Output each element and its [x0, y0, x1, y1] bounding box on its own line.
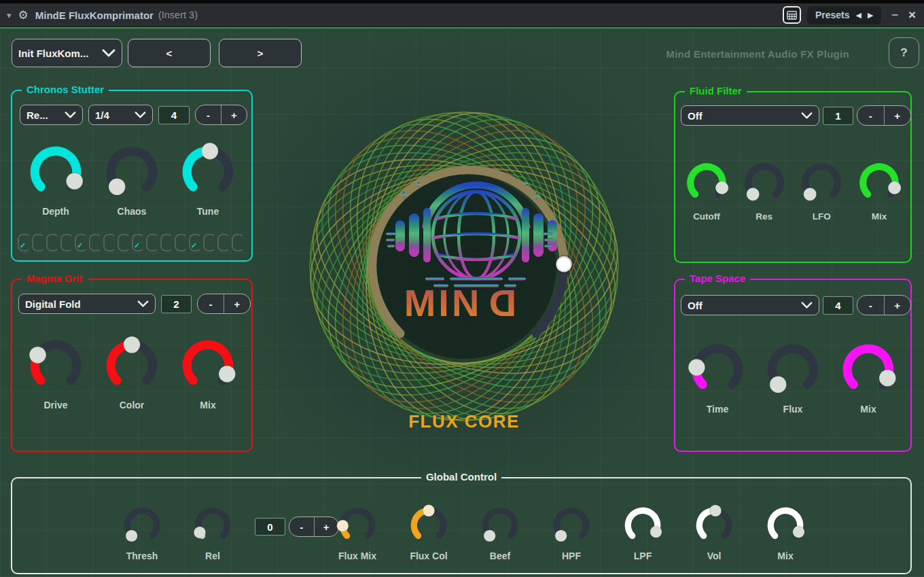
space-mode-value: Off	[688, 300, 703, 311]
stutter-step-15[interactable]	[217, 234, 230, 251]
knob-chaos-dial[interactable]	[102, 142, 162, 202]
stutter-mode-dropdown[interactable]: Re...	[20, 105, 83, 125]
stutter-step-8[interactable]	[118, 234, 130, 251]
knob-vol-indicator	[709, 505, 721, 517]
knob-drive-label: Drive	[43, 400, 67, 410]
knob-flux-col: Flux Col	[402, 504, 456, 561]
mind-logo: MIN D	[380, 175, 557, 321]
knob-drive-dial[interactable]	[26, 336, 86, 396]
knob-tune-dial[interactable]	[178, 142, 238, 202]
knob-rel-dial[interactable]	[192, 504, 234, 546]
knob-hpf: HPF	[544, 504, 599, 561]
knob-lfo-dial[interactable]	[798, 160, 845, 206]
global-count-field[interactable]: 0	[255, 518, 285, 536]
knob-color-dial[interactable]	[102, 336, 162, 396]
knob-flux-core-indicator	[556, 256, 571, 272]
chronos-knob-row: DepthChaosTune	[12, 142, 251, 217]
filter-count-stepper: - +	[857, 105, 911, 126]
knob-mix-indicator	[879, 370, 896, 387]
decrement-button[interactable]: -	[196, 105, 221, 124]
stutter-step-12[interactable]	[175, 234, 188, 251]
knob-cutoff: Cutoff	[683, 160, 730, 222]
knob-vol-dial[interactable]	[693, 504, 735, 546]
keyboard-grid-button[interactable]	[783, 6, 801, 24]
knob-lfo-indicator	[804, 188, 817, 200]
knob-time-dial[interactable]	[688, 340, 747, 400]
knob-depth-dial[interactable]	[26, 142, 86, 202]
preset-prev-icon[interactable]: ◀	[855, 12, 861, 19]
fluid-controls-row: Off 1 - +	[681, 105, 911, 126]
knob-mix-dial[interactable]	[856, 160, 902, 206]
presets-label: Presets	[815, 10, 850, 20]
knob-flux-mix-dial[interactable]	[336, 504, 378, 546]
knob-depth-indicator	[66, 173, 83, 190]
global-knob-row-a: ThreshRel	[115, 504, 240, 561]
logo-word-min: MIN	[404, 281, 482, 321]
knob-beef-dial[interactable]	[479, 504, 521, 546]
stutter-step-10[interactable]	[146, 234, 159, 251]
grit-mode-dropdown[interactable]: Digital Fold	[18, 294, 156, 314]
stutter-step-13[interactable]: ✓	[189, 234, 202, 251]
titlebar-right: Presets ◀ ▶ – ×	[783, 6, 917, 24]
space-count-stepper: - +	[857, 295, 911, 315]
stutter-step-11[interactable]	[160, 234, 173, 251]
knob-thresh-indicator	[126, 530, 137, 542]
knob-flux-col-dial[interactable]	[408, 504, 450, 546]
gear-icon[interactable]: ⚙	[18, 10, 29, 21]
knob-lpf-dial[interactable]	[622, 504, 664, 546]
increment-button[interactable]: +	[224, 294, 250, 313]
stutter-step-6[interactable]	[89, 234, 102, 251]
stutter-step-7[interactable]	[103, 234, 116, 251]
knob-thresh-dial[interactable]	[121, 504, 163, 546]
knob-depth-label: Depth	[42, 206, 69, 217]
knob-drive: Drive	[26, 336, 86, 410]
preset-prev-button[interactable]: <	[128, 39, 211, 67]
increment-button[interactable]: +	[221, 105, 247, 124]
space-mode-dropdown[interactable]: Off	[681, 295, 819, 315]
collapse-caret-icon[interactable]: ▾	[7, 10, 12, 20]
stutter-step-14[interactable]	[203, 234, 216, 251]
stutter-step-5[interactable]: ✓	[75, 234, 88, 251]
minimize-button[interactable]: –	[891, 8, 898, 22]
stutter-step-9[interactable]: ✓	[132, 234, 145, 251]
knob-rel-indicator	[194, 527, 205, 538]
help-button[interactable]: ?	[889, 37, 919, 68]
stutter-step-16[interactable]	[232, 234, 245, 251]
increment-button[interactable]: +	[885, 296, 911, 315]
knob-hpf-dial[interactable]	[550, 504, 592, 546]
close-button[interactable]: ×	[908, 7, 916, 22]
grit-count-field[interactable]: 2	[161, 295, 192, 313]
preset-next-icon[interactable]: ▶	[868, 12, 873, 19]
stutter-step-1[interactable]: ✓	[18, 234, 31, 251]
knob-mix-dial[interactable]	[178, 336, 238, 396]
chevron-down-icon	[102, 49, 116, 57]
knob-cutoff-dial[interactable]	[683, 160, 730, 206]
filter-count-field[interactable]: 1	[823, 107, 853, 125]
stutter-step-4[interactable]	[60, 234, 73, 251]
stutter-step-3[interactable]	[46, 234, 59, 251]
knob-mix-dial[interactable]	[838, 340, 898, 400]
knob-color: Color	[102, 336, 162, 410]
space-count-field[interactable]: 4	[823, 296, 853, 315]
knob-res-dial[interactable]	[741, 160, 787, 206]
filter-mode-value: Off	[688, 110, 703, 122]
grid-icon	[787, 11, 797, 20]
decrement-button[interactable]: -	[857, 106, 885, 125]
stutter-count-field[interactable]: 4	[158, 106, 190, 124]
decrement-button[interactable]: -	[289, 517, 315, 536]
knob-flux-dial[interactable]	[763, 340, 823, 400]
tape-knob-row: TimeFluxMix	[675, 340, 910, 415]
preset-dropdown[interactable]: Init FluxKom...	[12, 39, 122, 67]
decrement-button[interactable]: -	[857, 296, 885, 315]
preset-next-button[interactable]: >	[219, 39, 302, 67]
stutter-step-2[interactable]	[32, 234, 45, 251]
increment-button[interactable]: +	[885, 106, 911, 125]
filter-mode-dropdown[interactable]: Off	[681, 105, 819, 126]
stutter-rate-dropdown[interactable]: 1/4	[88, 105, 153, 125]
decrement-button[interactable]: -	[198, 294, 224, 313]
knob-tune-indicator	[202, 143, 219, 160]
knob-flux-label: Flux	[783, 404, 803, 415]
knob-mix-dial[interactable]	[764, 504, 806, 546]
tape-controls-row: Off 4 - +	[681, 295, 911, 315]
titlebar: ▾ ⚙ MindE FluxKomprimator (Insert 3) Pre…	[0, 3, 924, 27]
